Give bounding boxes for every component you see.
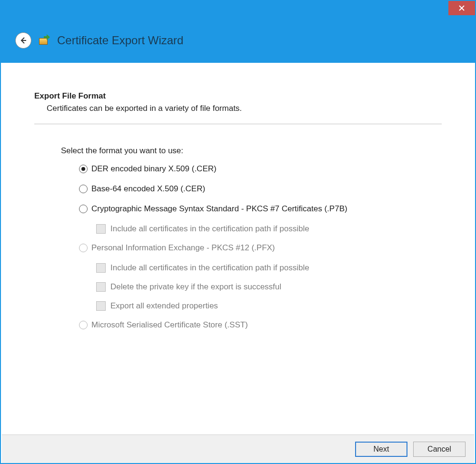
checkbox-icon bbox=[96, 263, 106, 273]
checkbox-pfx-export-ext: Export all extended properties bbox=[96, 301, 442, 311]
separator bbox=[34, 124, 442, 124]
checkbox-label: Export all extended properties bbox=[110, 301, 218, 311]
close-icon bbox=[458, 5, 465, 11]
wizard-window: Certificate Export Wizard Export File Fo… bbox=[0, 0, 476, 464]
checkbox-icon bbox=[96, 301, 106, 311]
radio-sst: Microsoft Serialised Certificate Store (… bbox=[79, 320, 442, 330]
radio-icon bbox=[79, 244, 88, 252]
next-button[interactable]: Next bbox=[355, 442, 407, 457]
cancel-button[interactable]: Cancel bbox=[413, 442, 466, 457]
radio-icon bbox=[79, 165, 88, 173]
section-heading: Export File Format bbox=[34, 91, 442, 101]
checkbox-label: Delete the private key if the export is … bbox=[110, 282, 281, 292]
radio-label: Personal Information Exchange - PKCS #12… bbox=[91, 243, 275, 253]
checkbox-label: Include all certificates in the certific… bbox=[110, 263, 309, 273]
radio-label: Base-64 encoded X.509 (.CER) bbox=[91, 184, 205, 194]
checkbox-icon bbox=[96, 282, 106, 292]
radio-p7b[interactable]: Cryptographic Message Syntax Standard - … bbox=[79, 204, 442, 214]
radio-icon bbox=[79, 205, 88, 213]
wizard-footer: Next Cancel bbox=[2, 434, 474, 463]
titlebar bbox=[1, 1, 475, 20]
radio-icon bbox=[79, 185, 88, 193]
back-arrow-icon bbox=[19, 36, 28, 45]
checkbox-pfx-include-path: Include all certificates in the certific… bbox=[96, 263, 442, 273]
radio-label: DER encoded binary X.509 (.CER) bbox=[91, 164, 217, 174]
radio-icon bbox=[79, 321, 88, 329]
format-options: DER encoded binary X.509 (.CER) Base-64 … bbox=[79, 164, 442, 330]
back-button[interactable] bbox=[15, 32, 31, 49]
radio-label: Cryptographic Message Syntax Standard - … bbox=[91, 204, 347, 214]
section-description: Certificates can be exported in a variet… bbox=[47, 104, 442, 113]
radio-der[interactable]: DER encoded binary X.509 (.CER) bbox=[79, 164, 442, 174]
wizard-content: Export File Format Certificates can be e… bbox=[1, 63, 475, 330]
radio-label: Microsoft Serialised Certificate Store (… bbox=[91, 320, 248, 330]
checkbox-label: Include all certificates in the certific… bbox=[110, 224, 309, 234]
wizard-title: Certificate Export Wizard bbox=[57, 34, 183, 47]
wizard-header: Certificate Export Wizard bbox=[1, 20, 475, 63]
format-prompt: Select the format you want to use: bbox=[61, 146, 442, 156]
certificate-export-icon bbox=[38, 34, 50, 47]
close-button[interactable] bbox=[448, 1, 475, 15]
radio-pfx: Personal Information Exchange - PKCS #12… bbox=[79, 243, 442, 253]
radio-base64[interactable]: Base-64 encoded X.509 (.CER) bbox=[79, 184, 442, 194]
checkbox-pfx-delete-key: Delete the private key if the export is … bbox=[96, 282, 442, 292]
checkbox-icon bbox=[96, 224, 106, 234]
checkbox-p7b-include-path: Include all certificates in the certific… bbox=[96, 224, 442, 234]
